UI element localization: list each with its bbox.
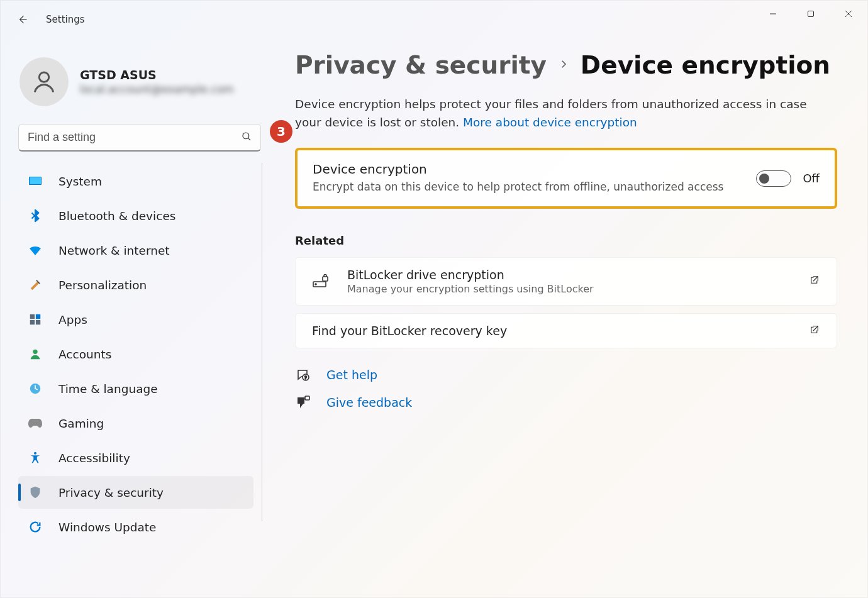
nav-item-personalization[interactable]: Personalization bbox=[18, 269, 253, 301]
toggle-knob bbox=[759, 174, 769, 184]
profile-email: local.account@example.com bbox=[80, 83, 234, 96]
clock-globe-icon bbox=[27, 380, 43, 397]
give-feedback-link[interactable]: Give feedback bbox=[326, 396, 412, 409]
search-container bbox=[18, 124, 261, 152]
close-icon bbox=[845, 10, 852, 18]
wifi-icon bbox=[27, 242, 43, 258]
avatar bbox=[19, 57, 69, 106]
update-icon bbox=[27, 519, 43, 535]
nav-item-label: Privacy & security bbox=[58, 486, 164, 499]
chevron-right-icon bbox=[558, 58, 569, 72]
profile-name: GTSD ASUS bbox=[80, 68, 234, 82]
nav-item-label: Network & internet bbox=[58, 244, 170, 257]
related-item-body: BitLocker drive encryption Manage your e… bbox=[347, 268, 791, 295]
related-item-bitlocker[interactable]: BitLocker drive encryption Manage your e… bbox=[295, 257, 837, 306]
profile-text: GTSD ASUS local.account@example.com bbox=[80, 68, 234, 96]
accessibility-icon bbox=[27, 450, 43, 466]
nav-item-label: Bluetooth & devices bbox=[58, 209, 175, 223]
svg-point-11 bbox=[34, 452, 36, 455]
bluetooth-icon bbox=[27, 208, 43, 224]
maximize-icon bbox=[807, 10, 815, 18]
title-bar: Settings bbox=[1, 1, 867, 38]
close-button[interactable] bbox=[830, 1, 867, 27]
card-title: Device encryption bbox=[313, 162, 741, 177]
svg-point-9 bbox=[33, 350, 37, 354]
main-content: Privacy & security Device encryption Dev… bbox=[270, 38, 867, 597]
back-button[interactable] bbox=[9, 7, 35, 32]
nav-item-label: Apps bbox=[58, 313, 87, 326]
svg-rect-7 bbox=[30, 320, 35, 324]
nav-item-bluetooth[interactable]: Bluetooth & devices bbox=[18, 199, 253, 232]
nav-item-time[interactable]: Time & language bbox=[18, 372, 253, 405]
related-item-title: Find your BitLocker recovery key bbox=[312, 324, 791, 338]
nav-item-label: Accessibility bbox=[58, 451, 130, 465]
related-item-body: Find your BitLocker recovery key bbox=[312, 324, 791, 338]
svg-rect-5 bbox=[30, 314, 35, 319]
nav-item-label: Gaming bbox=[58, 417, 104, 430]
svg-rect-8 bbox=[36, 320, 40, 324]
paintbrush-icon bbox=[27, 277, 43, 293]
svg-rect-17 bbox=[305, 396, 309, 400]
window-controls bbox=[754, 1, 867, 27]
nav-divider bbox=[262, 163, 262, 521]
card-subtitle: Encrypt data on this device to help prot… bbox=[313, 179, 741, 195]
help-links: ? Get help Give feedback bbox=[295, 367, 837, 410]
breadcrumb: Privacy & security Device encryption bbox=[295, 51, 837, 79]
nav-item-label: Accounts bbox=[58, 348, 111, 361]
search-input[interactable] bbox=[18, 124, 261, 152]
svg-point-13 bbox=[315, 284, 316, 285]
search-icon bbox=[241, 131, 252, 145]
related-item-recovery-key[interactable]: Find your BitLocker recovery key bbox=[295, 313, 837, 348]
svg-point-1 bbox=[39, 72, 48, 82]
nav-item-privacy[interactable]: Privacy & security bbox=[18, 476, 253, 509]
svg-text:?: ? bbox=[304, 375, 307, 380]
window-body: GTSD ASUS local.account@example.com Syst… bbox=[1, 38, 867, 597]
nav-item-system[interactable]: System bbox=[18, 165, 253, 197]
nav-item-label: Windows Update bbox=[58, 521, 156, 534]
nav-item-accessibility[interactable]: Accessibility bbox=[18, 441, 253, 474]
get-help-link[interactable]: Get help bbox=[326, 368, 377, 382]
person-icon bbox=[30, 68, 58, 96]
more-about-link[interactable]: More about device encryption bbox=[463, 116, 637, 129]
app-title: Settings bbox=[46, 14, 85, 25]
toggle-state-label: Off bbox=[803, 172, 820, 185]
related-item-title: BitLocker drive encryption bbox=[347, 268, 791, 282]
get-help-row: ? Get help bbox=[295, 367, 837, 382]
nav-item-accounts[interactable]: Accounts bbox=[18, 338, 253, 370]
nav-item-update[interactable]: Windows Update bbox=[18, 511, 253, 543]
annotation-step-badge: 3 bbox=[270, 120, 292, 143]
breadcrumb-current: Device encryption bbox=[581, 51, 830, 79]
breadcrumb-parent[interactable]: Privacy & security bbox=[295, 51, 547, 79]
nav-list: System Bluetooth & devices Network & int… bbox=[18, 163, 262, 597]
nav-item-label: System bbox=[58, 175, 102, 188]
monitor-icon bbox=[27, 173, 43, 189]
device-encryption-card: Device encryption Encrypt data on this d… bbox=[295, 148, 837, 209]
arrow-left-icon bbox=[16, 13, 28, 26]
nav-item-network[interactable]: Network & internet bbox=[18, 234, 253, 267]
feedback-icon bbox=[295, 395, 311, 410]
maximize-button[interactable] bbox=[792, 1, 830, 27]
give-feedback-row: Give feedback bbox=[295, 395, 837, 410]
open-external-icon bbox=[809, 274, 820, 288]
lock-drive-icon bbox=[312, 274, 330, 288]
sidebar: GTSD ASUS local.account@example.com Syst… bbox=[1, 38, 270, 597]
related-item-subtitle: Manage your encryption settings using Bi… bbox=[347, 283, 791, 295]
related-heading: Related bbox=[295, 234, 837, 247]
svg-point-2 bbox=[243, 133, 249, 139]
minimize-button[interactable] bbox=[754, 1, 792, 27]
svg-rect-0 bbox=[808, 11, 814, 17]
toggle-group: Off bbox=[756, 170, 820, 187]
gamepad-icon bbox=[27, 415, 43, 431]
open-external-icon bbox=[809, 324, 820, 338]
minimize-icon bbox=[769, 10, 777, 18]
help-icon: ? bbox=[295, 367, 311, 382]
settings-window: Settings 3 GTSD ASUS local.accoun bbox=[0, 0, 868, 598]
account-icon bbox=[27, 346, 43, 362]
apps-icon bbox=[27, 311, 43, 328]
device-encryption-toggle[interactable] bbox=[756, 170, 791, 187]
profile-block[interactable]: GTSD ASUS local.account@example.com bbox=[18, 50, 261, 124]
nav-item-label: Personalization bbox=[58, 279, 147, 292]
nav-item-apps[interactable]: Apps bbox=[18, 303, 253, 336]
svg-rect-6 bbox=[36, 314, 40, 319]
nav-item-gaming[interactable]: Gaming bbox=[18, 407, 253, 440]
